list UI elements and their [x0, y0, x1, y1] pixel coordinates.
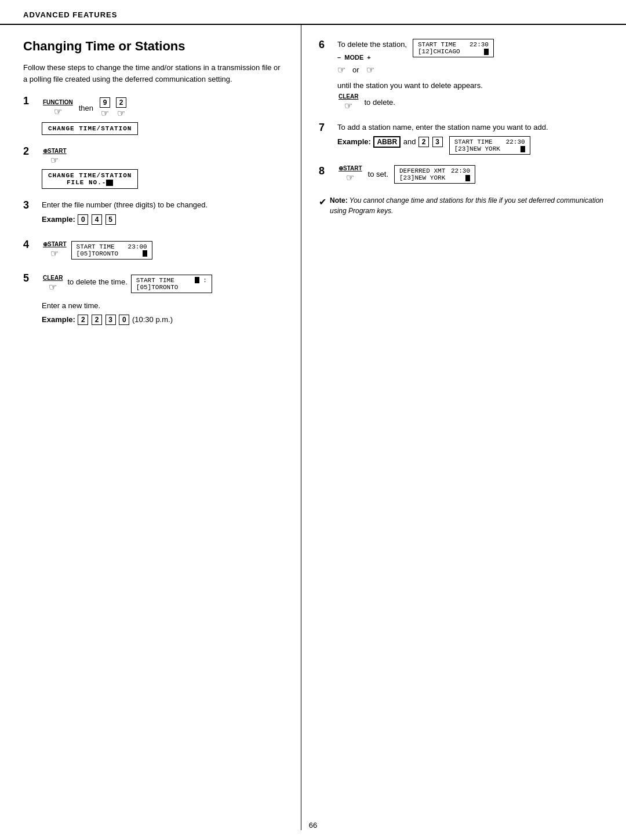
key-2: 2 [116, 97, 126, 108]
step-4: 4 ⊕START ☞ START TIME 23:00 [05]TORONTO [23, 239, 283, 262]
note-label: Note: [330, 196, 348, 204]
step-7-number: 7 [319, 122, 333, 134]
example-label-3: Example: [42, 215, 77, 224]
step-6-until: until the station you want to delete app… [337, 81, 609, 90]
lcd-8-time: 22:30 [451, 167, 470, 174]
step-6-content: To delete the station, – MODE + ☞ or ☞ [337, 39, 609, 111]
key-2a: 2 [78, 315, 88, 325]
step-5-example: Example: 2 2 3 0 (10:30 p.m.) [42, 315, 283, 325]
lcd-8-cursor [465, 175, 470, 181]
lcd-display-4: START TIME 23:00 [05]TORONTO [71, 241, 152, 260]
page-footer: 66 [0, 821, 626, 830]
enter-new-time: Enter a new time. Example: 2 2 3 0 (10:3… [42, 300, 283, 326]
step-8-row: ⊕START ☞ to set. DEFERRED XMT 22:30 [23]… [337, 165, 609, 184]
hand-icon-mode2: ☞ [366, 64, 374, 75]
step-2-keys: ⊕START ☞ [42, 148, 283, 166]
example-label-5: Example: [42, 315, 77, 324]
mode-buttons: – MODE + [337, 54, 407, 61]
then-word: then [79, 104, 93, 112]
step-5-keys: CLEAR ☞ to delete the time. START TIME : [42, 275, 283, 293]
start-label-8: ⊕START [339, 165, 362, 171]
step-1-number: 1 [23, 95, 37, 107]
hand-icon-1: ☞ [54, 106, 62, 117]
step-6-top: To delete the station, – MODE + ☞ or ☞ [337, 39, 609, 78]
key-0: 0 [78, 214, 88, 225]
clear-key-group-5: CLEAR ☞ [43, 275, 63, 293]
to-set-text: to set. [368, 170, 388, 178]
step-3-text: Enter the file number (three digits) to … [42, 199, 283, 211]
function-label: FUNCTION [43, 99, 73, 105]
step-5-content: CLEAR ☞ to delete the time. START TIME : [42, 272, 283, 329]
intro-text: Follow these steps to change the time an… [23, 62, 283, 85]
key9-group: 9 ☞ [99, 97, 111, 119]
lcd-7-cursor [521, 146, 525, 152]
step-3-number: 3 [23, 199, 37, 211]
note-checkmark: ✔ [319, 195, 326, 209]
step-7-example: Example: ABBR and 2 3 [337, 136, 443, 148]
hand-icon-clear6: ☞ [344, 100, 352, 111]
step-6-text: To delete the station, [337, 39, 407, 50]
lcd-8-line2: [23]NEW YORK [399, 174, 445, 181]
abbr-box: ABBR [373, 136, 401, 148]
step-1-keys: FUNCTION ☞ then 9 ☞ 2 ☞ [42, 97, 283, 119]
step-4-keys: ⊕START ☞ START TIME 23:00 [05]TORONTO [42, 241, 283, 260]
lcd-7-line1: START TIME [454, 138, 493, 145]
hand-icon-4: ☞ [50, 155, 59, 166]
step-7: 7 To add a station name, enter the stati… [319, 122, 609, 155]
key-0a: 0 [119, 315, 129, 325]
step-3-content: Enter the file number (three digits) to … [42, 199, 283, 228]
step-7-example-row: Example: ABBR and 2 3 START TIME 22:30 [337, 136, 609, 155]
lcd-6-time: 22:30 [470, 41, 489, 48]
step-1: 1 FUNCTION ☞ then 9 ☞ 2 [23, 95, 283, 135]
mode-hands: ☞ or ☞ [337, 64, 407, 75]
lcd-6-line1: START TIME [418, 41, 456, 48]
to-delete-text: to delete. [364, 98, 395, 107]
step-3-example: Example: 0 4 5 [42, 214, 283, 225]
step-5-number: 5 [23, 272, 37, 284]
key-3a: 3 [105, 315, 116, 325]
hand-icon-5: ☞ [50, 248, 59, 259]
lcd-8-line1: DEFERRED XMT [399, 167, 445, 174]
lcd-7-time: 22:30 [506, 138, 525, 145]
step-4-number: 4 [23, 239, 37, 251]
hand-icon-8: ☞ [346, 172, 354, 183]
key-2c: 2 [418, 137, 429, 147]
lcd-cursor-time [195, 277, 199, 283]
lcd-6-line2: [12]CHICAGO [418, 48, 460, 55]
lcd-4-line1: START TIME [77, 243, 115, 250]
step-5: 5 CLEAR ☞ to delete the time. START TIME [23, 272, 283, 329]
and-text-7: and [403, 137, 418, 146]
lcd-display-6: START TIME 22:30 [12]CHICAGO [413, 39, 494, 57]
step-5-text: to delete the time. [67, 276, 127, 288]
lcd-4-time: 23:00 [128, 243, 147, 250]
lcd-5-line2: [05]TORONTO [136, 284, 179, 291]
step-2-content: ⊕START ☞ CHANGE TIME/STATIONFILE NO.- [42, 145, 283, 189]
step-8-content: ⊕START ☞ to set. DEFERRED XMT 22:30 [23]… [337, 165, 609, 184]
lcd-6-cursor [484, 49, 489, 55]
step-6-left: To delete the station, – MODE + ☞ or ☞ [337, 39, 407, 78]
lcd-display-7: START TIME 22:30 [23]NEW YORK [449, 136, 530, 155]
page-header: ADVANCED FEATURES [0, 0, 626, 25]
section-title: Changing Time or Stations [23, 39, 283, 54]
key-9: 9 [100, 97, 110, 108]
hand-icon-2: ☞ [101, 108, 109, 119]
until-text: until the station you want to delete app… [337, 81, 483, 90]
step-8-keys: ⊕START ☞ to set. [337, 165, 388, 183]
hand-icon-mode1: ☞ [337, 64, 345, 75]
key-3b: 3 [432, 137, 443, 147]
example-label-7: Example: [337, 137, 373, 146]
step-2: 2 ⊕START ☞ CHANGE TIME/STATIONFILE NO.- [23, 145, 283, 189]
change-time-station-display-2: CHANGE TIME/STATIONFILE NO.- [42, 169, 138, 189]
key2-group: 2 ☞ [115, 97, 127, 119]
hand-icon-3: ☞ [117, 108, 125, 119]
lcd-4-line2: [05]TORONTO [77, 250, 119, 257]
key-4: 4 [92, 214, 102, 225]
left-column: Changing Time or Stations Follow these s… [0, 25, 301, 830]
step-6: 6 To delete the station, – MODE + ☞ or ☞ [319, 39, 609, 111]
start-label-2: ⊕START [43, 148, 67, 154]
start-key-group-2: ⊕START ☞ [43, 148, 67, 166]
clear-key-group-6: CLEAR ☞ [339, 93, 358, 111]
note-content: You cannot change time and stations for … [330, 196, 603, 215]
step-1-display: CHANGE TIME/STATION [42, 122, 283, 135]
start-label-4: ⊕START [43, 241, 67, 247]
